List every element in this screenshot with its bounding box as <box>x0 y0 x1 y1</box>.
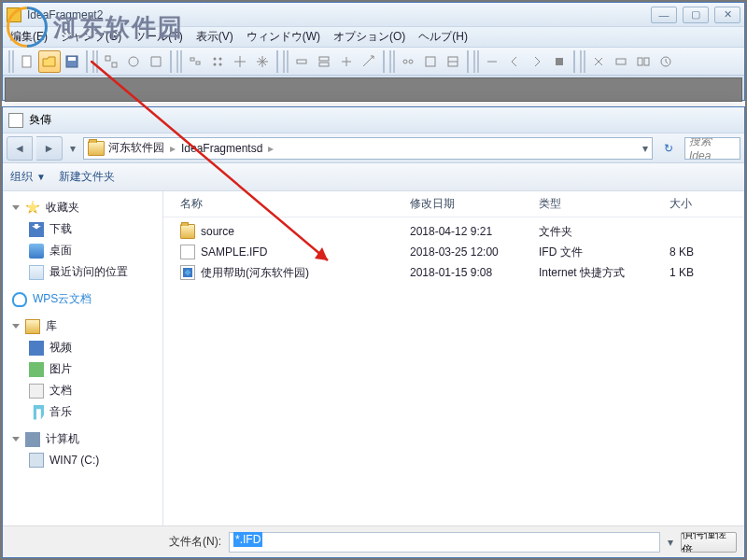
tb-icon[interactable] <box>206 50 229 73</box>
col-size[interactable]: 大小 <box>662 196 744 212</box>
tb-icon[interactable] <box>122 50 145 73</box>
forward-button[interactable]: ► <box>36 136 63 161</box>
tb-icon[interactable] <box>358 50 380 73</box>
open-button[interactable] <box>38 50 61 73</box>
col-type[interactable]: 类型 <box>531 196 662 212</box>
svg-point-5 <box>129 57 138 66</box>
new-button[interactable] <box>16 50 38 73</box>
sidebar-item-downloads[interactable]: 下载 <box>3 218 162 240</box>
tb-icon[interactable] <box>100 50 122 73</box>
save-button[interactable] <box>61 50 83 73</box>
tb-next-icon[interactable] <box>526 50 548 73</box>
new-folder-button[interactable]: 新建文件夹 <box>59 169 115 185</box>
back-button[interactable]: ◄ <box>7 136 33 161</box>
app-titlebar[interactable]: IdeaFragment2 — ▢ ✕ <box>3 3 744 27</box>
svg-rect-12 <box>297 60 306 63</box>
toolbar-sep <box>383 50 385 73</box>
tb-icon[interactable] <box>610 50 632 73</box>
sidebar-item-drive-c[interactable]: WIN7 (C:) <box>3 450 162 470</box>
app-title: IdeaFragment2 <box>27 8 651 21</box>
sidebar-item-videos[interactable]: 视频 <box>3 337 162 358</box>
file-name: source <box>201 225 234 238</box>
file-row[interactable]: source2018-04-12 9:21文件夹 <box>163 221 744 242</box>
menubar: 编集(E) ジャンプ(G) ツール(T) 表示(V) ウィンドウ(W) オプショ… <box>3 27 744 48</box>
tb-icon[interactable] <box>655 50 677 73</box>
tb-icon[interactable] <box>632 50 655 73</box>
svg-point-11 <box>219 63 222 65</box>
svg-rect-19 <box>556 58 563 65</box>
tb-prev-icon[interactable] <box>503 50 526 73</box>
refresh-button[interactable]: ↻ <box>656 138 681 159</box>
sidebar-favorites[interactable]: 收藏夹 <box>3 197 162 218</box>
sidebar-item-music[interactable]: 音乐 <box>3 401 162 423</box>
organize-menu[interactable]: 组织 ▼ <box>10 169 46 185</box>
tb-icon[interactable] <box>442 50 464 73</box>
sidebar-computer[interactable]: 计算机 <box>3 428 162 450</box>
tb-icon[interactable] <box>335 50 358 73</box>
svg-rect-3 <box>106 56 110 61</box>
breadcrumb[interactable]: 河东软件园▸ IdeaFragmentsd▸ <box>108 140 279 156</box>
menu-option[interactable]: オプション(O) <box>333 29 405 45</box>
address-dropdown[interactable]: ▾ <box>642 142 648 155</box>
svg-rect-2 <box>68 57 76 61</box>
video-icon <box>29 341 44 356</box>
address-field[interactable]: 河东软件园▸ IdeaFragmentsd▸ ▾ <box>83 137 653 160</box>
minimize-button[interactable]: — <box>651 7 677 23</box>
collapse-icon <box>12 324 20 329</box>
tb-icon[interactable] <box>419 50 442 73</box>
menu-help[interactable]: ヘルプ(H) <box>418 29 468 45</box>
menu-view[interactable]: 表示(V) <box>196 29 233 45</box>
file-type: Internet 快捷方式 <box>531 265 662 281</box>
nav-history-dropdown[interactable]: ▾ <box>66 138 79 159</box>
crumb-item[interactable]: IdeaFragmentsd <box>181 142 262 155</box>
music-icon <box>29 405 44 420</box>
col-name[interactable]: 名称 <box>173 196 402 212</box>
sidebar-libraries[interactable]: 库 <box>3 315 162 337</box>
dialog-footer: 文件名(N): *.IFD ▾ 傊偔偅傞偣 <box>3 525 744 557</box>
sidebar-wps[interactable]: WPS云文档 <box>3 288 162 310</box>
svg-rect-20 <box>616 59 626 64</box>
tb-icon[interactable] <box>290 50 313 73</box>
fold-icon <box>180 224 195 239</box>
svg-point-8 <box>214 57 217 60</box>
filename-dropdown[interactable]: ▾ <box>668 536 673 549</box>
tb-close-icon[interactable] <box>587 50 610 73</box>
tb-icon[interactable] <box>229 50 251 73</box>
svg-rect-4 <box>112 63 117 67</box>
sidebar-item-recent[interactable]: 最近访问的位置 <box>3 261 162 283</box>
menu-tool[interactable]: ツール(T) <box>134 29 182 45</box>
sidebar-item-documents[interactable]: 文档 <box>3 380 162 401</box>
toolbar-grip <box>283 50 289 73</box>
dialog-title: 奐傳 <box>29 112 51 128</box>
svg-rect-13 <box>319 57 329 61</box>
file-row[interactable]: 使用帮助(河东软件园)2018-01-15 9:08Internet 快捷方式1… <box>163 262 744 283</box>
tb-icon[interactable] <box>145 50 167 73</box>
app-canvas <box>5 77 742 102</box>
close-button[interactable]: ✕ <box>714 7 740 23</box>
svg-point-9 <box>219 57 222 60</box>
toolbar-grip <box>8 50 14 73</box>
maximize-button[interactable]: ▢ <box>683 7 709 23</box>
tb-icon[interactable] <box>397 50 419 73</box>
toolbar-sep <box>573 50 575 73</box>
tb-icon[interactable] <box>313 50 335 73</box>
sidebar-item-desktop[interactable]: 桌面 <box>3 240 162 261</box>
app-window: IdeaFragment2 — ▢ ✕ 编集(E) ジャンプ(G) ツール(T)… <box>2 2 745 101</box>
menu-edit[interactable]: 编集(E) <box>10 29 48 45</box>
dialog-titlebar[interactable]: 奐傳 <box>3 107 744 133</box>
menu-jump[interactable]: ジャンプ(G) <box>61 29 121 45</box>
filename-input[interactable]: *.IFD <box>229 532 660 553</box>
tb-icon[interactable] <box>251 50 274 73</box>
file-row[interactable]: SAMPLE.IFD2018-03-25 12:00IFD 文件8 KB <box>163 242 744 262</box>
col-date[interactable]: 修改日期 <box>402 196 531 212</box>
download-icon <box>29 222 44 237</box>
toolbar-sep <box>170 50 172 73</box>
tb-icon[interactable] <box>481 50 503 73</box>
tb-stop-icon[interactable] <box>548 50 571 73</box>
menu-window[interactable]: ウィンドウ(W) <box>247 29 320 45</box>
search-input[interactable]: 搜索 Idea <box>684 137 740 160</box>
sidebar-item-pictures[interactable]: 图片 <box>3 358 162 380</box>
open-button[interactable]: 傊偔偅傞偣 <box>681 532 737 553</box>
tb-icon[interactable] <box>184 50 206 73</box>
crumb-item[interactable]: 河东软件园 <box>108 140 164 156</box>
